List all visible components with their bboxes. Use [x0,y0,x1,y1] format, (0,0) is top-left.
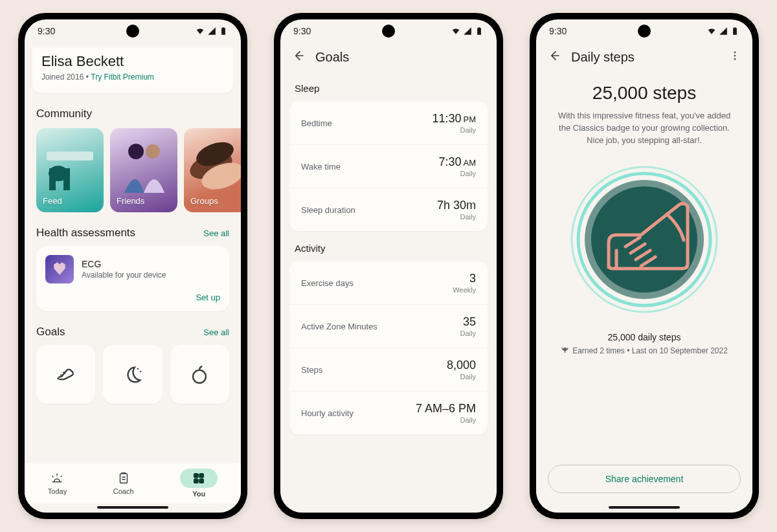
community-card-label: Feed [43,196,62,206]
profile-card[interactable]: Elisa Beckett Joined 2016 • Try Fitbit P… [32,47,233,93]
profile-joined: Joined 2016 [41,72,84,82]
community-card-label: Groups [190,196,218,206]
gesture-bar[interactable] [609,506,680,509]
nav-coach[interactable]: Coach [113,471,134,495]
setting-row-hourly[interactable]: Hourly activity 7 AM–6 PM Daily [289,392,488,434]
sleep-settings-list: Bedtime 11:30PM Daily Wake time 7:30AM D… [289,102,488,231]
community-card-friends[interactable]: Friends [110,128,177,212]
setting-row-wake[interactable]: Wake time 7:30AM Daily [289,145,488,188]
svg-rect-3 [63,168,70,190]
page-title: Daily steps [571,50,635,65]
camera-punchhole [126,25,139,38]
more-vert-icon [729,50,741,61]
setting-label: Hourly activity [301,408,354,418]
community-row[interactable]: Feed Friends [25,128,241,212]
ecg-card-subtitle: Available for your device [82,271,166,280]
gesture-bar[interactable] [97,506,168,509]
community-card-feed[interactable]: Feed [36,128,104,212]
setting-row-steps[interactable]: Steps 8,000 Daily [289,348,488,392]
nav-you[interactable]: You [180,469,218,498]
status-bar: 9:30 [280,19,497,43]
setting-label: Exercise days [301,278,354,288]
camera-punchhole [638,25,651,38]
setting-row-exercise-days[interactable]: Exercise days 3 Weekly [289,261,488,305]
setting-label: Steps [301,365,322,375]
arrow-left-icon [548,49,561,62]
svg-rect-2 [49,168,56,190]
status-bar: 9:30 [25,19,241,43]
status-time: 9:30 [293,26,311,36]
screen-goals: 9:30 Goals Sleep Bedtime 11:30PM Dai [280,19,497,513]
battery-icon [475,27,484,36]
goal-tile-nutrition[interactable] [170,345,229,404]
page-title: Goals [315,50,349,65]
camera-punchhole [382,25,395,38]
health-card-ecg[interactable]: ECG Available for your device Set up [36,246,229,311]
status-time: 9:30 [549,26,567,36]
setting-label: Sleep duration [301,205,355,215]
goal-tile-sleep[interactable] [103,345,162,404]
svg-point-9 [193,370,206,383]
goal-tile-steps[interactable] [36,345,95,404]
ecg-setup-button[interactable]: Set up [45,293,220,302]
health-see-all-link[interactable]: See all [203,228,229,238]
goals-title: Goals [36,326,65,338]
svg-point-17 [734,58,736,60]
clipboard-icon [117,471,131,485]
status-icons [707,27,739,36]
battery-icon [730,27,739,36]
setting-row-bedtime[interactable]: Bedtime 11:30PM Daily [289,102,488,145]
grid-icon [192,471,206,485]
phone-frame-1: 9:30 Elisa Beckett Joined 2016 • Try Fit… [18,13,247,519]
trophy-icon [561,346,569,355]
profile-name: Elisa Beckett [41,53,224,70]
svg-point-5 [146,144,160,159]
app-bar: Daily steps [536,43,752,71]
screen-profile: 9:30 Elisa Beckett Joined 2016 • Try Fit… [25,19,241,513]
phone-frame-3: 9:30 Daily steps 25,000 steps With this … [530,13,759,519]
badge-subtitle: 25,000 daily steps [608,332,681,342]
moon-icon [122,364,144,386]
signal-icon [463,27,472,36]
sunrise-icon [50,471,64,485]
status-time: 9:30 [38,26,55,36]
arrow-left-icon [292,49,305,62]
overflow-menu-button[interactable] [729,50,741,64]
svg-rect-10 [120,474,127,483]
svg-rect-12 [199,474,203,478]
apple-icon [188,364,210,386]
app-bar: Goals [280,43,497,71]
profile-scroll[interactable]: Elisa Beckett Joined 2016 • Try Fitbit P… [25,43,241,462]
community-card-label: Friends [117,196,144,206]
signal-icon [207,27,216,36]
back-button[interactable] [548,49,561,65]
ecg-card-title: ECG [82,259,166,269]
setting-row-duration[interactable]: Sleep duration 7h 30m Daily [289,188,488,231]
setting-row-azm[interactable]: Active Zone Minutes 35 Daily [289,305,488,348]
battery-icon [219,27,228,36]
nav-today[interactable]: Today [48,471,67,495]
svg-point-4 [128,144,144,159]
share-achievement-button[interactable]: Share achievement [548,465,741,493]
wifi-icon [451,27,460,36]
wifi-icon [707,27,716,36]
activity-group-title: Activity [295,243,482,254]
svg-rect-13 [194,479,198,483]
sneaker-badge-icon [570,165,719,314]
community-card-groups[interactable]: Groups [184,128,241,212]
ecg-thumb [45,255,74,283]
community-title: Community [36,107,229,120]
try-premium-link[interactable]: Try Fitbit Premium [91,72,154,82]
profile-subtitle: Joined 2016 • Try Fitbit Premium [41,72,224,82]
goals-see-all-link[interactable]: See all [203,327,229,337]
badge-headline: 25,000 steps [592,83,696,104]
goals-scroll[interactable]: Sleep Bedtime 11:30PM Daily Wake time 7:… [280,71,497,513]
nav-label: Coach [113,487,134,495]
badge-earned-info: Earned 2 times • Last on 10 September 20… [561,346,728,355]
goals-tiles [25,345,241,404]
wifi-icon [196,27,205,36]
back-button[interactable] [292,49,305,65]
status-bar: 9:30 [536,19,752,43]
status-icons [196,27,228,36]
svg-rect-14 [199,479,203,483]
